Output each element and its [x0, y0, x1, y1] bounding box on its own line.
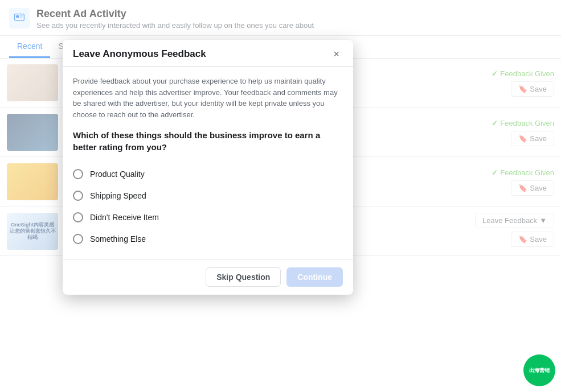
radio-label: Product Quality — [90, 170, 145, 179]
modal-footer: Skip Question Continue — [63, 259, 353, 295]
modal-wrapper: Leave Anonymous Feedback × Provide feedb… — [63, 40, 353, 295]
skip-question-button[interactable]: Skip Question — [206, 267, 281, 287]
radio-circle — [73, 169, 83, 179]
radio-label: Didn't Receive Item — [90, 213, 159, 222]
feedback-modal: Leave Anonymous Feedback × Provide feedb… — [63, 40, 353, 295]
wechat-badge: 出海营销 — [523, 354, 555, 386]
wechat-label: 出海营销 — [529, 367, 550, 374]
radio-circle — [73, 234, 83, 244]
modal-body: Provide feedback about your purchase exp… — [63, 67, 353, 259]
radio-option-product-quality[interactable]: Product Quality — [73, 163, 343, 185]
continue-button[interactable]: Continue — [286, 267, 343, 287]
page-background: Recent Ad Activity See ads you recently … — [0, 0, 561, 392]
modal-description: Provide feedback about your purchase exp… — [73, 76, 343, 120]
modal-question: Which of these things should the busines… — [73, 129, 343, 153]
radio-label: Something Else — [90, 234, 146, 244]
radio-circle — [73, 212, 83, 222]
radio-label: Shipping Speed — [90, 191, 146, 200]
radio-circle — [73, 191, 83, 201]
modal-title: Leave Anonymous Feedback — [73, 48, 206, 60]
radio-option-something-else[interactable]: Something Else — [73, 228, 343, 250]
modal-close-button[interactable]: × — [330, 48, 343, 60]
radio-option-shipping-speed[interactable]: Shipping Speed — [73, 185, 343, 207]
modal-header: Leave Anonymous Feedback × — [63, 40, 353, 67]
radio-option-didnt-receive[interactable]: Didn't Receive Item — [73, 207, 343, 228]
